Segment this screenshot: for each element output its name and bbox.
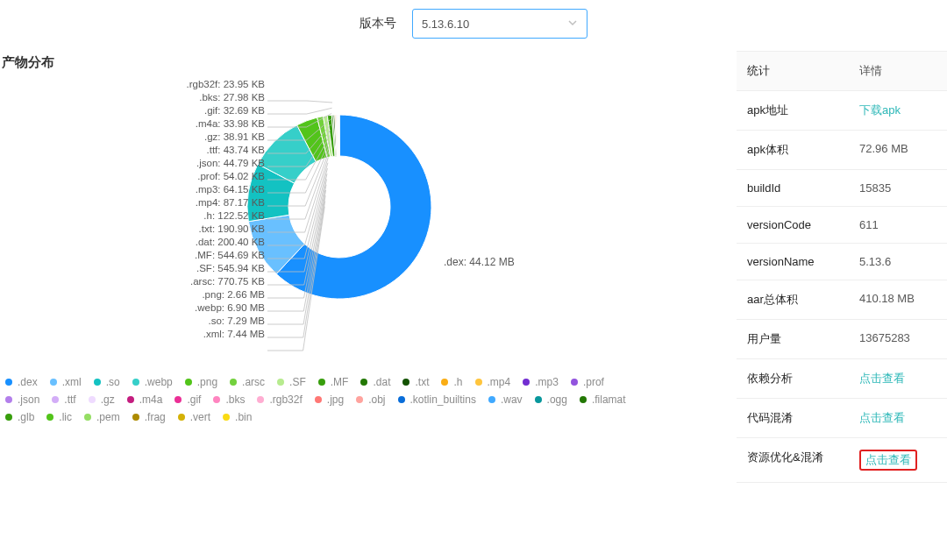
legend-label: .gz — [101, 393, 115, 406]
chart-slice-label: .SF: 545.94 KB — [142, 262, 265, 275]
legend-item[interactable]: .json — [5, 393, 39, 406]
stats-row-value: 下载apk — [849, 91, 947, 130]
table-row: 用户量13675283 — [737, 320, 947, 359]
legend-item[interactable]: .pem — [84, 411, 120, 423]
stats-row-label: apk体积 — [737, 131, 849, 169]
stats-row-label: versionCode — [737, 207, 849, 243]
legend-item[interactable]: .dex — [5, 376, 38, 388]
version-selector-row: 版本号 5.13.6.10 — [0, 0, 947, 51]
legend-item[interactable]: .SF — [277, 376, 306, 388]
legend-item[interactable]: .so — [94, 376, 120, 388]
legend-swatch — [94, 379, 101, 386]
legend-item[interactable]: .obj — [356, 393, 385, 406]
legend-item[interactable]: .vert — [178, 411, 210, 423]
legend-swatch — [230, 379, 237, 386]
legend-swatch — [50, 379, 57, 386]
legend-swatch — [174, 396, 182, 403]
chart-slice-label: .dat: 200.40 KB — [142, 236, 265, 249]
legend-swatch — [257, 396, 264, 403]
legend-item[interactable]: .wav — [488, 393, 523, 406]
donut-chart: .dex: 44.12 MB .rgb32f: 23.95 KB.bks: 27… — [2, 78, 726, 358]
legend-label: .filamat — [592, 393, 626, 406]
chart-slice-label: .gif: 32.69 KB — [142, 104, 265, 117]
chart-label-stack: .rgb32f: 23.95 KB.bks: 27.98 KB.gif: 32.… — [142, 78, 265, 341]
legend-item[interactable]: .prof — [571, 376, 604, 388]
stats-row-value: 13675283 — [849, 320, 947, 358]
legend: .dex.xml.so.webp.png.arsc.SF.MF.dat.txt.… — [2, 358, 651, 423]
legend-item[interactable]: .xml — [50, 376, 82, 388]
legend-label: .glb — [18, 411, 34, 423]
stats-row-label: 用户量 — [737, 320, 849, 358]
chart-slice-label: .ttf: 43.74 KB — [142, 144, 265, 157]
legend-item[interactable]: .webp — [132, 376, 173, 388]
legend-item[interactable]: .h — [441, 376, 462, 388]
legend-swatch — [5, 414, 12, 421]
legend-label: .MF — [331, 376, 349, 388]
chart-slice-label: .png: 2.66 MB — [142, 288, 265, 301]
stats-row-label: 依赖分析 — [737, 359, 849, 398]
legend-swatch — [441, 379, 448, 386]
legend-label: .gif — [187, 393, 201, 406]
legend-item[interactable]: .mp4 — [475, 376, 511, 388]
stats-row-value: 5.13.6 — [849, 244, 947, 280]
legend-label: .ttf — [64, 393, 75, 406]
legend-item[interactable]: .mp3 — [523, 376, 559, 388]
legend-item[interactable]: .m4a — [127, 393, 163, 406]
legend-label: .prof — [583, 376, 604, 388]
chart-slice-label: .MF: 544.69 KB — [142, 249, 265, 262]
legend-item[interactable]: .MF — [318, 376, 349, 388]
legend-swatch — [132, 379, 139, 386]
legend-item[interactable]: .glb — [5, 411, 34, 423]
legend-label: .webp — [145, 376, 173, 388]
legend-item[interactable]: .txt — [402, 376, 429, 388]
stats-row-label: aar总体积 — [737, 280, 849, 319]
legend-label: .m4a — [139, 393, 163, 406]
stats-row-label: 代码混淆 — [737, 399, 849, 437]
legend-label: .xml — [62, 376, 82, 388]
legend-swatch — [571, 379, 578, 386]
chart-slice-label: .txt: 190.90 KB — [142, 223, 265, 236]
legend-item[interactable]: .gif — [174, 393, 201, 406]
legend-label: .json — [18, 393, 39, 406]
legend-item[interactable]: .rgb32f — [257, 393, 302, 406]
legend-item[interactable]: .gz — [89, 393, 115, 406]
legend-swatch — [132, 414, 139, 421]
legend-swatch — [360, 379, 367, 386]
table-row: apk体积72.96 MB — [737, 131, 947, 170]
legend-item[interactable]: .arsc — [230, 376, 265, 388]
legend-swatch — [535, 396, 542, 403]
legend-item[interactable]: .filamat — [580, 393, 626, 406]
legend-swatch — [127, 396, 134, 403]
stats-header-value: 详情 — [849, 52, 947, 90]
legend-item[interactable]: .dat — [360, 376, 390, 388]
legend-label: .h — [453, 376, 462, 388]
legend-swatch — [318, 379, 325, 386]
stats-row-value: 410.18 MB — [849, 280, 947, 319]
stats-row-label: versionName — [737, 244, 849, 280]
legend-swatch — [402, 379, 409, 386]
legend-item[interactable]: .frag — [132, 411, 166, 423]
legend-item[interactable]: .bin — [223, 411, 252, 423]
legend-label: .lic — [59, 411, 72, 423]
legend-item[interactable]: .ogg — [535, 393, 567, 406]
legend-item[interactable]: .lic — [46, 411, 72, 423]
legend-item[interactable]: .kotlin_builtins — [398, 393, 476, 406]
legend-item[interactable]: .png — [185, 376, 217, 388]
stats-link[interactable]: 点击查看 — [859, 411, 905, 424]
stats-row-value: 72.96 MB — [849, 131, 947, 169]
stats-link[interactable]: 下载apk — [859, 103, 901, 117]
legend-swatch — [580, 396, 587, 403]
table-row: buildId15835 — [737, 170, 947, 207]
stats-link[interactable]: 点击查看 — [859, 450, 917, 471]
legend-item[interactable]: .bks — [213, 393, 245, 406]
stats-link[interactable]: 点击查看 — [859, 372, 905, 385]
version-select[interactable]: 5.13.6.10 — [412, 9, 587, 39]
legend-item[interactable]: .jpg — [315, 393, 344, 406]
legend-item[interactable]: .ttf — [52, 393, 75, 406]
legend-label: .bks — [225, 393, 245, 406]
legend-swatch — [213, 396, 220, 403]
chart-slice-label: .json: 44.79 KB — [142, 157, 265, 170]
legend-swatch — [223, 414, 230, 421]
legend-swatch — [84, 414, 91, 421]
legend-swatch — [52, 396, 59, 403]
